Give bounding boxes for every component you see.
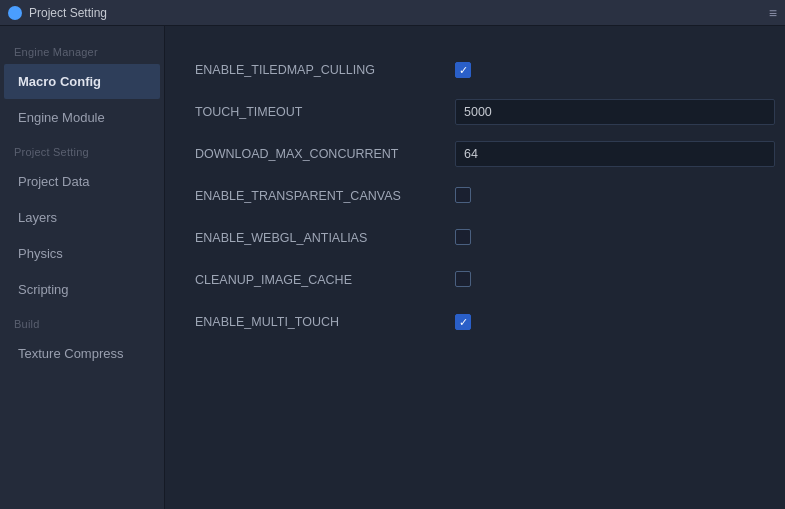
setting-row-touch-timeout: TOUCH_TIMEOUT bbox=[195, 98, 755, 126]
control-transparent-canvas bbox=[455, 187, 755, 206]
label-multi-touch: ENABLE_MULTI_TOUCH bbox=[195, 315, 455, 329]
setting-row-download-max-concurrent: DOWNLOAD_MAX_CONCURRENT bbox=[195, 140, 755, 168]
section-label-engine-manager: Engine Manager bbox=[0, 36, 164, 63]
checkbox-multi-touch[interactable] bbox=[455, 314, 471, 330]
control-tiledmap-culling bbox=[455, 62, 755, 79]
settings-table: ENABLE_TILEDMAP_CULLING TOUCH_TIMEOUT DO… bbox=[195, 56, 755, 336]
sidebar: Engine Manager Macro Config Engine Modul… bbox=[0, 26, 165, 509]
sidebar-item-engine-module[interactable]: Engine Module bbox=[4, 100, 160, 135]
checkbox-transparent-canvas[interactable] bbox=[455, 187, 471, 203]
control-webgl-antialias bbox=[455, 229, 755, 248]
label-webgl-antialias: ENABLE_WEBGL_ANTIALIAS bbox=[195, 231, 455, 245]
label-transparent-canvas: ENABLE_TRANSPARENT_CANVAS bbox=[195, 189, 455, 203]
input-touch-timeout[interactable] bbox=[455, 99, 775, 125]
menu-icon[interactable]: ≡ bbox=[769, 5, 777, 21]
content-area: ENABLE_TILEDMAP_CULLING TOUCH_TIMEOUT DO… bbox=[165, 26, 785, 509]
checkbox-tiledmap-culling[interactable] bbox=[455, 62, 471, 78]
control-touch-timeout bbox=[455, 99, 775, 125]
section-label-build: Build bbox=[0, 308, 164, 335]
label-touch-timeout: TOUCH_TIMEOUT bbox=[195, 105, 455, 119]
sidebar-item-layers[interactable]: Layers bbox=[4, 200, 160, 235]
input-download-max-concurrent[interactable] bbox=[455, 141, 775, 167]
setting-row-cleanup-image-cache: CLEANUP_IMAGE_CACHE bbox=[195, 266, 755, 294]
sidebar-item-physics[interactable]: Physics bbox=[4, 236, 160, 271]
sidebar-item-project-data[interactable]: Project Data bbox=[4, 164, 160, 199]
setting-row-multi-touch: ENABLE_MULTI_TOUCH bbox=[195, 308, 755, 336]
main-layout: Engine Manager Macro Config Engine Modul… bbox=[0, 26, 785, 509]
label-download-max-concurrent: DOWNLOAD_MAX_CONCURRENT bbox=[195, 147, 455, 161]
control-multi-touch bbox=[455, 314, 755, 331]
label-cleanup-image-cache: CLEANUP_IMAGE_CACHE bbox=[195, 273, 455, 287]
title-icon bbox=[8, 6, 22, 20]
section-label-project-setting: Project Setting bbox=[0, 136, 164, 163]
label-tiledmap-culling: ENABLE_TILEDMAP_CULLING bbox=[195, 63, 455, 77]
title-text: Project Setting bbox=[29, 6, 769, 20]
setting-row-tiledmap-culling: ENABLE_TILEDMAP_CULLING bbox=[195, 56, 755, 84]
control-download-max-concurrent bbox=[455, 141, 775, 167]
control-cleanup-image-cache bbox=[455, 271, 755, 290]
title-bar: Project Setting ≡ bbox=[0, 0, 785, 26]
checkbox-cleanup-image-cache[interactable] bbox=[455, 271, 471, 287]
checkbox-webgl-antialias[interactable] bbox=[455, 229, 471, 245]
sidebar-item-macro-config[interactable]: Macro Config bbox=[4, 64, 160, 99]
sidebar-item-scripting[interactable]: Scripting bbox=[4, 272, 160, 307]
setting-row-transparent-canvas: ENABLE_TRANSPARENT_CANVAS bbox=[195, 182, 755, 210]
sidebar-item-texture-compress[interactable]: Texture Compress bbox=[4, 336, 160, 371]
setting-row-webgl-antialias: ENABLE_WEBGL_ANTIALIAS bbox=[195, 224, 755, 252]
